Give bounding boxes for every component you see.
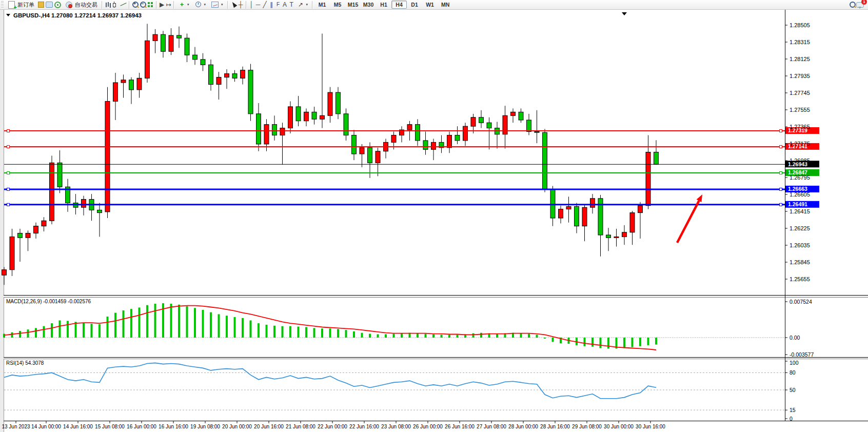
arrows-tool-button[interactable]: ↗ ▾	[295, 0, 311, 9]
cursor-icon[interactable]	[230, 1, 238, 8]
candle-body	[153, 34, 157, 41]
auto-trading-button[interactable]: 自动交易	[62, 0, 100, 10]
macd-histogram-bar	[194, 308, 196, 338]
templates-button[interactable]: ▾	[208, 0, 226, 10]
line-handle[interactable]	[7, 145, 10, 148]
time-axis-label: 30 Jun 00:00	[604, 424, 634, 429]
candle-body	[280, 128, 285, 135]
bar-chart-icon[interactable]	[104, 1, 112, 8]
line-handle[interactable]	[780, 129, 782, 132]
candle-body	[34, 226, 38, 233]
minus-glyph: −	[141, 1, 144, 6]
macd-histogram-bar	[536, 335, 538, 338]
candle-body	[18, 233, 23, 238]
new-order-button[interactable]: 新订单	[5, 0, 37, 10]
auto-scroll-icon[interactable]: ▶	[159, 1, 165, 8]
line-handle[interactable]	[780, 188, 782, 190]
candle-body	[455, 135, 460, 141]
crosshair-icon[interactable]: ┼	[238, 1, 244, 8]
macd-histogram-bar	[345, 330, 347, 338]
price-axis-label: 1.27745	[790, 90, 810, 96]
candle-body	[550, 189, 555, 218]
equidistant-channel-tool-icon[interactable]: ∥	[268, 1, 275, 8]
macd-histogram-bar	[289, 326, 291, 338]
time-axis-label: 19 Jun 08:00	[190, 424, 220, 429]
fibonacci-tool-icon[interactable]: F	[275, 1, 282, 8]
timeframe-m1-button[interactable]: M1	[314, 1, 330, 9]
trendline-tool-icon[interactable]: ╱	[262, 1, 268, 8]
candle-body	[423, 141, 428, 149]
macd-histogram-bar	[154, 304, 156, 338]
price-axis-label: 1.26035	[790, 242, 810, 248]
macd-histogram-bar	[607, 338, 609, 348]
chart-canvas[interactable]: 1.273191.271411.269431.268471.266631.264…	[0, 0, 868, 432]
market-watch-icon[interactable]	[38, 2, 44, 8]
time-axis-label: 16 Jun 16:00	[159, 424, 188, 429]
notifications-button[interactable]: 1	[856, 1, 864, 8]
macd-histogram-bar	[35, 328, 37, 338]
vertical-line-tool-icon[interactable]: │	[248, 1, 255, 8]
pane-splitter[interactable]	[4, 296, 868, 298]
toolbar-grip[interactable]	[1, 1, 4, 8]
line-handle[interactable]	[780, 145, 782, 148]
macd-histogram-bar	[234, 317, 236, 338]
chart-shift-icon[interactable]: ↦	[165, 1, 172, 8]
macd-histogram-bar	[91, 324, 93, 338]
timeframe-m15-button[interactable]: M15	[345, 1, 361, 9]
candle-body	[320, 115, 325, 119]
macd-histogram-bar	[250, 321, 252, 338]
price-axis-label: 1.25655	[790, 276, 810, 282]
timeframe-w1-button[interactable]: W1	[422, 1, 438, 9]
time-axis-label: 15 Jun 08:00	[95, 424, 125, 429]
toolbar-separator	[156, 1, 157, 9]
time-axis-label: 26 Jun 16:00	[445, 424, 475, 429]
candle-body	[654, 152, 659, 165]
macd-histogram-bar	[441, 335, 443, 338]
timeframe-mn-button[interactable]: MN	[438, 1, 453, 9]
navigator-icon[interactable]	[54, 2, 61, 8]
search-icon[interactable]	[849, 1, 856, 8]
line-handle[interactable]	[7, 203, 10, 206]
zoom-in-icon[interactable]: +	[131, 1, 139, 8]
time-axis-label: 20 Jun 16:00	[254, 424, 284, 429]
timeframe-h4-button[interactable]: H4	[391, 1, 407, 9]
text-label-tool-icon[interactable]: T	[288, 1, 295, 8]
line-handle[interactable]	[7, 171, 10, 174]
line-chart-icon[interactable]	[120, 1, 127, 8]
periods-button[interactable]: ▾	[192, 0, 209, 9]
candlestick-chart-icon[interactable]	[112, 1, 120, 8]
line-handle[interactable]	[780, 171, 782, 174]
price-axis-label: 1.26225	[790, 225, 810, 231]
candle-body	[105, 101, 110, 211]
macd-axis-label: -0.003577	[790, 351, 814, 358]
arrows-tool-icon: ↗	[298, 1, 304, 8]
zoom-out-icon[interactable]: −	[139, 1, 147, 8]
candle-body	[2, 270, 7, 275]
macd-histogram-bar	[432, 334, 435, 338]
line-handle[interactable]	[7, 188, 10, 190]
timeframe-d1-button[interactable]: D1	[407, 1, 422, 9]
timeframe-h1-button[interactable]: H1	[376, 1, 391, 9]
candle-body	[201, 60, 205, 65]
candle-body	[407, 125, 412, 130]
macd-histogram-bar	[584, 338, 586, 346]
candle-body	[225, 74, 229, 77]
macd-histogram-bar	[258, 323, 260, 338]
macd-histogram-bar	[313, 328, 315, 338]
timeframe-m30-button[interactable]: M30	[361, 1, 376, 9]
macd-histogram-bar	[19, 331, 21, 338]
tile-windows-icon[interactable]	[147, 1, 154, 8]
horizontal-line-tool-icon[interactable]: ─	[255, 1, 262, 8]
data-window-icon[interactable]	[46, 2, 53, 8]
macd-indicator-label: MACD(12,26,9) -0.001459 -0.002576	[6, 299, 91, 304]
line-handle[interactable]	[780, 203, 782, 206]
text-tool-icon[interactable]: A	[282, 1, 288, 8]
macd-histogram-bar	[528, 334, 530, 338]
macd-histogram-bar	[139, 307, 141, 338]
candle-body	[487, 123, 491, 128]
timeframe-m5-button[interactable]: M5	[330, 1, 345, 9]
line-handle[interactable]	[7, 129, 10, 132]
indicators-button[interactable]: + ▾	[176, 0, 192, 9]
time-axis-label: 16 Jun 00:00	[127, 424, 156, 429]
chart-title: GBPUSD-,H4 1.27080 1.27214 1.26937 1.269…	[13, 12, 142, 18]
